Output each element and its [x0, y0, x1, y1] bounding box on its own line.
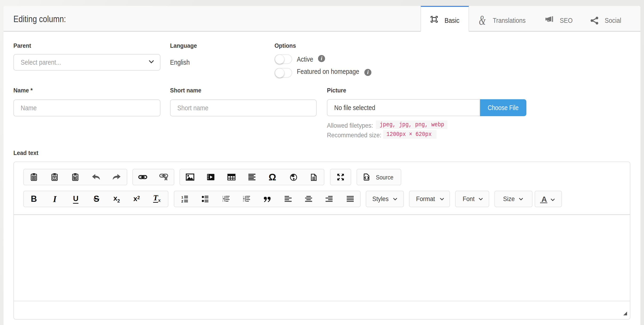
svg-text:2: 2 [181, 200, 183, 203]
svg-text:1: 1 [181, 196, 183, 199]
